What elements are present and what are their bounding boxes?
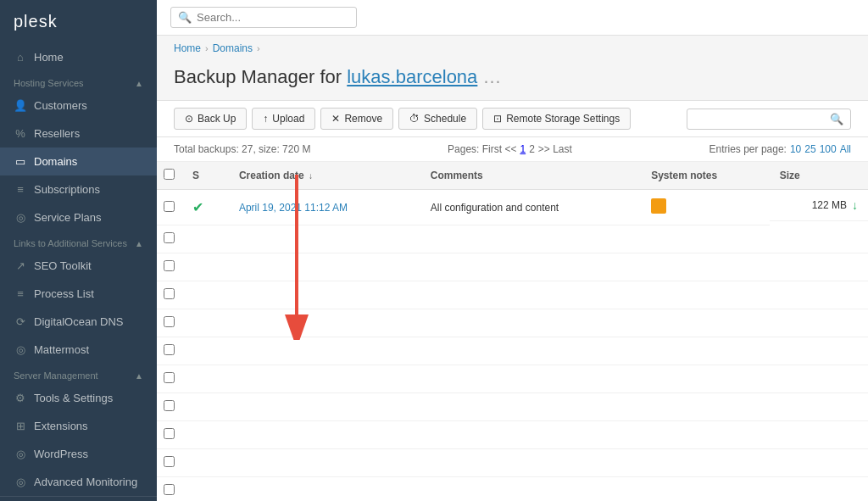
backup-button[interactable]: ⊙ Back Up: [174, 108, 247, 130]
creation-date-header[interactable]: Creation date ↓: [229, 162, 420, 190]
page-2-link: 2: [529, 143, 535, 155]
row-checkbox[interactable]: [164, 232, 175, 243]
row-date-cell: April 19, 2021 11:12 AM: [229, 190, 420, 225]
sidebar-section-hosting[interactable]: Hosting Services ▲: [0, 71, 157, 92]
sidebar-item-customers[interactable]: 👤 Customers: [0, 92, 157, 120]
table-row: ✔ April 19, 2021 11:12 AM All configurat…: [157, 190, 868, 225]
remove-icon: ✕: [331, 113, 340, 125]
process-list-icon: ≡: [14, 287, 27, 300]
table-row: [157, 421, 868, 449]
select-all-checkbox[interactable]: [164, 169, 175, 180]
package-icon: [651, 198, 666, 214]
sidebar-item-advanced-monitoring[interactable]: ◎ Advanced Monitoring: [0, 468, 157, 496]
backup-table: S Creation date ↓ Comments System notes: [157, 162, 868, 501]
upload-icon: ↑: [263, 113, 268, 125]
sidebar-item-service-plans[interactable]: ◎ Service Plans: [0, 203, 157, 231]
wordpress-icon: ◎: [14, 448, 27, 460]
download-icon[interactable]: ↓: [852, 198, 858, 212]
sidebar-item-label: Resellers: [34, 127, 80, 140]
breadcrumb-sep-2: ›: [257, 43, 260, 53]
upload-label: Upload: [272, 113, 304, 125]
page-title-ellipsis: …: [477, 66, 501, 87]
row-checkbox[interactable]: [164, 201, 175, 212]
status-ok-icon: ✔: [192, 200, 203, 214]
sidebar-item-label: Domains: [34, 155, 77, 168]
global-search-input[interactable]: [197, 11, 349, 24]
breadcrumb-sep-1: ›: [205, 43, 209, 53]
row-comments: All configuration and content: [431, 202, 559, 214]
row-checkbox[interactable]: [164, 288, 175, 299]
entries-10[interactable]: 10: [790, 143, 801, 155]
page-1-link[interactable]: 1: [520, 143, 526, 155]
sidebar-item-process-list[interactable]: ≡ Process List: [0, 280, 157, 308]
breadcrumb-domains[interactable]: Domains: [213, 42, 253, 54]
sidebar-item-digitalocean-dns[interactable]: ⟳ DigitalOcean DNS: [0, 308, 157, 336]
search-icon: 🔍: [178, 11, 192, 24]
table-row: [157, 253, 868, 281]
backup-label: Back Up: [198, 113, 236, 125]
sidebar-item-label: DigitalOcean DNS: [34, 315, 124, 328]
entries-all[interactable]: All: [840, 143, 851, 155]
table-search-icon: 🔍: [830, 113, 843, 125]
row-checkbox[interactable]: [164, 484, 175, 495]
chevron-up-icon: ▲: [135, 79, 143, 88]
sidebar-item-extensions[interactable]: ⊞ Extensions: [0, 412, 157, 440]
sidebar-item-label: Tools & Settings: [34, 392, 113, 404]
sort-desc-icon: ↓: [309, 171, 313, 181]
sidebar-bottom: ⟳ Change View ✕: [0, 496, 157, 501]
table-search-box[interactable]: 🔍: [687, 109, 851, 130]
advanced-monitoring-icon: ◎: [14, 476, 27, 488]
row-checkbox[interactable]: [164, 344, 175, 355]
row-checkbox[interactable]: [164, 316, 175, 327]
table-header-row: S Creation date ↓ Comments System notes: [157, 162, 868, 190]
sidebar: plesk ⌂ Home Hosting Services ▲ 👤 Custom…: [0, 0, 157, 501]
sidebar-item-label: Advanced Monitoring: [34, 476, 137, 488]
breadcrumb-home[interactable]: Home: [174, 42, 201, 54]
service-plans-icon: ◎: [14, 211, 27, 224]
row-comments-cell: All configuration and content: [420, 190, 641, 225]
remove-label: Remove: [344, 113, 382, 125]
backup-date-link[interactable]: April 19, 2021 11:12 AM: [239, 202, 348, 214]
sidebar-item-subscriptions[interactable]: ≡ Subscriptions: [0, 175, 157, 203]
row-checkbox[interactable]: [164, 372, 175, 383]
upload-button[interactable]: ↑ Upload: [252, 108, 315, 130]
remove-button[interactable]: ✕ Remove: [320, 108, 393, 130]
domain-link[interactable]: lukas.barcelona: [347, 66, 477, 87]
sidebar-section-links[interactable]: Links to Additional Services ▲: [0, 231, 157, 252]
sidebar-item-seo-toolkit[interactable]: ↗ SEO Toolkit: [0, 252, 157, 280]
remote-storage-button[interactable]: ⊡ Remote Storage Settings: [482, 108, 631, 130]
change-view-button[interactable]: ⟳ Change View ✕: [0, 497, 157, 501]
total-backups: Total backups: 27, size: 720 M: [174, 143, 310, 155]
sidebar-item-home[interactable]: ⌂ Home: [0, 43, 157, 71]
system-notes-header: System notes: [641, 162, 769, 190]
row-checkbox-cell: [157, 190, 182, 225]
row-checkbox[interactable]: [164, 456, 175, 467]
sidebar-item-label: Process List: [34, 287, 94, 300]
sidebar-item-wordpress[interactable]: ◎ WordPress: [0, 440, 157, 468]
sidebar-logo: plesk: [0, 0, 157, 43]
row-size: 122 MB: [812, 199, 847, 211]
entries-label: Entries per page:: [709, 143, 787, 155]
sidebar-item-resellers[interactable]: % Resellers: [0, 120, 157, 148]
schedule-button[interactable]: ⏱ Schedule: [398, 108, 477, 130]
row-checkbox[interactable]: [164, 400, 175, 411]
entries-100[interactable]: 100: [820, 143, 837, 155]
mattermost-icon: ◎: [14, 343, 27, 356]
entries-25[interactable]: 25: [804, 143, 815, 155]
select-all-header: [157, 162, 182, 190]
sidebar-item-label: Extensions: [34, 420, 88, 432]
sidebar-item-domains[interactable]: ▭ Domains: [0, 148, 157, 175]
backup-icon: ⊙: [185, 113, 193, 125]
chevron-up-icon: ▲: [135, 371, 143, 381]
row-checkbox[interactable]: [164, 260, 175, 271]
sidebar-section-server-management[interactable]: Server Management ▲: [0, 364, 157, 384]
sidebar-item-label: SEO Toolkit: [34, 259, 92, 272]
sidebar-item-tools-settings[interactable]: ⚙ Tools & Settings: [0, 384, 157, 412]
table-search-input[interactable]: [694, 113, 830, 125]
table-row: [157, 393, 868, 421]
global-search-box[interactable]: 🔍: [170, 7, 357, 28]
breadcrumb: Home › Domains ›: [157, 36, 868, 61]
table-row: [157, 225, 868, 253]
sidebar-item-mattermost[interactable]: ◎ Mattermost: [0, 336, 157, 364]
row-checkbox[interactable]: [164, 428, 175, 439]
